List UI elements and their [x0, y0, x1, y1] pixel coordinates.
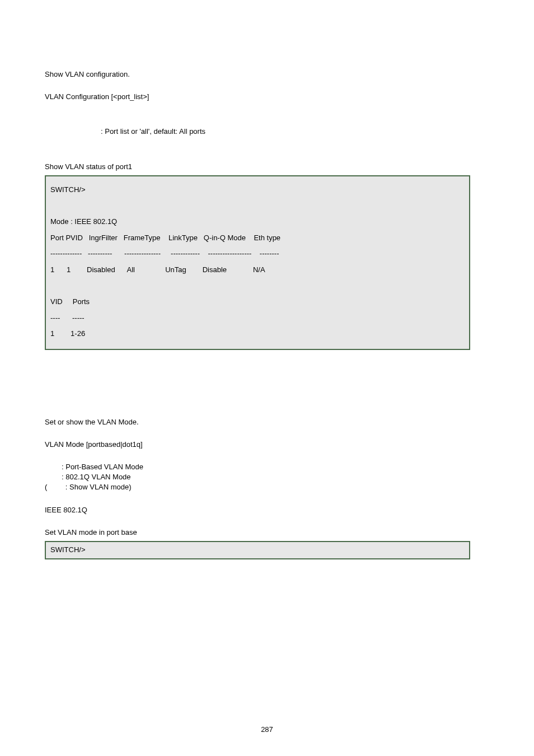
param-text: ( : Show VLAN mode) [45, 482, 489, 492]
paren-open: ( [45, 483, 47, 491]
page-number: 287 [0, 725, 534, 735]
desc-text: Show VLAN configuration. [45, 69, 489, 80]
terminal-output: SWITCH/> [45, 541, 470, 559]
param-text: : Port list or 'all', default: All ports [45, 127, 489, 137]
param-rest: : Show VLAN mode) [65, 483, 132, 491]
syntax-text: VLAN Mode [portbased|dot1q] [45, 440, 489, 450]
terminal-output: SWITCH/> Mode : IEEE 802.1Q Port PVID In… [45, 175, 470, 350]
example-label: Show VLAN status of port1 [45, 162, 489, 172]
default-value: IEEE 802.1Q [45, 505, 489, 515]
syntax-text: VLAN Configuration [<port_list>] [45, 92, 489, 102]
param-text: : Port-Based VLAN Mode [45, 462, 489, 472]
example-label: Set VLAN mode in port base [45, 528, 489, 538]
param-text: : 802.1Q VLAN Mode [45, 472, 489, 482]
desc-text: Set or show the VLAN Mode. [45, 417, 489, 427]
